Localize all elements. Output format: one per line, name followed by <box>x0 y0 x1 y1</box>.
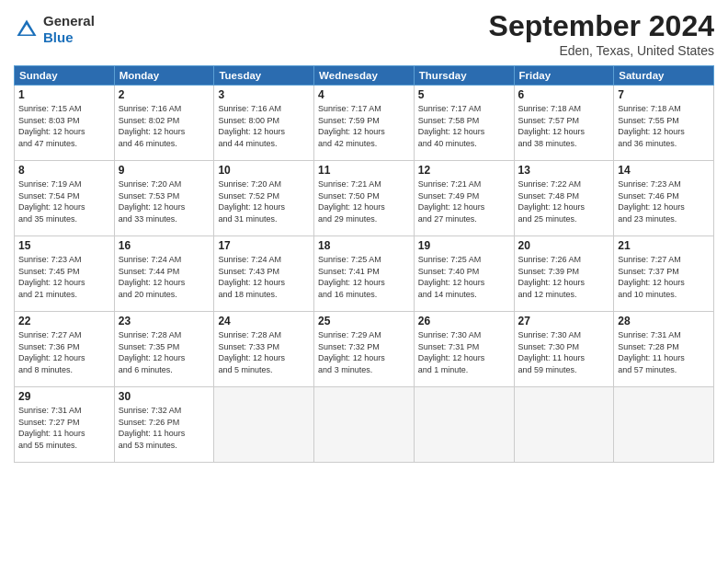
day-info: Sunrise: 7:28 AMSunset: 7:35 PMDaylight:… <box>119 329 210 375</box>
day-number: 20 <box>518 239 610 252</box>
day-info: Sunrise: 7:28 AMSunset: 7:33 PMDaylight:… <box>218 329 310 375</box>
logo-icon <box>14 17 40 42</box>
calendar-cell: 4Sunrise: 7:17 AMSunset: 7:59 PMDaylight… <box>314 86 415 161</box>
day-number: 15 <box>18 239 110 252</box>
day-info: Sunrise: 7:20 AMSunset: 7:52 PMDaylight:… <box>218 178 310 224</box>
calendar-cell: 30Sunrise: 7:32 AMSunset: 7:26 PMDayligh… <box>114 387 214 463</box>
weekday-header: Wednesday <box>314 66 415 86</box>
calendar-cell: 23Sunrise: 7:28 AMSunset: 7:35 PMDayligh… <box>114 312 214 387</box>
calendar-cell: 27Sunrise: 7:30 AMSunset: 7:30 PMDayligh… <box>514 312 614 387</box>
day-number: 19 <box>418 239 510 252</box>
day-info: Sunrise: 7:19 AMSunset: 7:54 PMDaylight:… <box>18 178 110 224</box>
calendar-cell: 20Sunrise: 7:26 AMSunset: 7:39 PMDayligh… <box>514 236 614 312</box>
calendar-cell <box>514 387 614 463</box>
day-number: 13 <box>518 164 610 177</box>
calendar-cell: 2Sunrise: 7:16 AMSunset: 8:02 PMDaylight… <box>114 86 214 161</box>
weekday-header: Tuesday <box>214 66 314 86</box>
calendar-cell <box>414 387 514 463</box>
calendar-cell: 12Sunrise: 7:21 AMSunset: 7:49 PMDayligh… <box>414 161 514 236</box>
calendar-cell: 19Sunrise: 7:25 AMSunset: 7:40 PMDayligh… <box>414 236 514 312</box>
day-info: Sunrise: 7:23 AMSunset: 7:46 PMDaylight:… <box>618 178 710 224</box>
day-info: Sunrise: 7:30 AMSunset: 7:30 PMDaylight:… <box>518 329 610 375</box>
day-info: Sunrise: 7:25 AMSunset: 7:40 PMDaylight:… <box>418 254 510 300</box>
day-number: 26 <box>418 315 510 327</box>
day-number: 17 <box>218 239 310 252</box>
day-number: 29 <box>18 390 110 403</box>
header: General Blue September 2024 Eden, Texas,… <box>14 9 714 58</box>
weekday-header: Saturday <box>614 66 714 86</box>
calendar-cell: 25Sunrise: 7:29 AMSunset: 7:32 PMDayligh… <box>314 312 415 387</box>
calendar-cell: 8Sunrise: 7:19 AMSunset: 7:54 PMDaylight… <box>15 161 115 236</box>
weekday-header: Monday <box>114 66 214 86</box>
day-info: Sunrise: 7:24 AMSunset: 7:44 PMDaylight:… <box>119 254 210 300</box>
day-info: Sunrise: 7:21 AMSunset: 7:50 PMDaylight:… <box>318 178 410 224</box>
day-info: Sunrise: 7:25 AMSunset: 7:41 PMDaylight:… <box>318 254 410 300</box>
calendar-cell: 1Sunrise: 7:15 AMSunset: 8:03 PMDaylight… <box>15 86 115 161</box>
calendar-cell <box>214 387 314 463</box>
day-info: Sunrise: 7:16 AMSunset: 8:00 PMDaylight:… <box>218 103 310 149</box>
day-info: Sunrise: 7:27 AMSunset: 7:36 PMDaylight:… <box>18 329 110 375</box>
calendar-cell <box>314 387 415 463</box>
day-number: 27 <box>518 315 610 327</box>
day-info: Sunrise: 7:17 AMSunset: 7:58 PMDaylight:… <box>418 103 510 149</box>
day-info: Sunrise: 7:22 AMSunset: 7:48 PMDaylight:… <box>518 178 610 224</box>
calendar-cell: 15Sunrise: 7:23 AMSunset: 7:45 PMDayligh… <box>15 236 115 312</box>
day-number: 23 <box>119 315 210 327</box>
calendar-cell: 16Sunrise: 7:24 AMSunset: 7:44 PMDayligh… <box>114 236 214 312</box>
day-info: Sunrise: 7:29 AMSunset: 7:32 PMDaylight:… <box>318 329 410 375</box>
day-number: 10 <box>218 164 310 177</box>
calendar-cell: 14Sunrise: 7:23 AMSunset: 7:46 PMDayligh… <box>614 161 714 236</box>
calendar-cell: 28Sunrise: 7:31 AMSunset: 7:28 PMDayligh… <box>614 312 714 387</box>
day-info: Sunrise: 7:21 AMSunset: 7:49 PMDaylight:… <box>418 178 510 224</box>
day-number: 14 <box>618 164 710 177</box>
day-info: Sunrise: 7:20 AMSunset: 7:53 PMDaylight:… <box>119 178 210 224</box>
day-number: 18 <box>318 239 410 252</box>
day-number: 24 <box>218 315 310 327</box>
calendar-cell: 13Sunrise: 7:22 AMSunset: 7:48 PMDayligh… <box>514 161 614 236</box>
day-info: Sunrise: 7:24 AMSunset: 7:43 PMDaylight:… <box>218 254 310 300</box>
calendar-cell: 26Sunrise: 7:30 AMSunset: 7:31 PMDayligh… <box>414 312 514 387</box>
calendar-cell: 24Sunrise: 7:28 AMSunset: 7:33 PMDayligh… <box>214 312 314 387</box>
calendar-cell: 7Sunrise: 7:18 AMSunset: 7:55 PMDaylight… <box>614 86 714 161</box>
day-number: 8 <box>18 164 110 177</box>
day-number: 16 <box>119 239 210 252</box>
day-info: Sunrise: 7:18 AMSunset: 7:55 PMDaylight:… <box>618 103 710 149</box>
day-number: 28 <box>618 315 710 327</box>
day-info: Sunrise: 7:27 AMSunset: 7:37 PMDaylight:… <box>618 254 710 300</box>
logo-text: General Blue <box>43 13 95 46</box>
day-number: 3 <box>218 88 310 101</box>
day-info: Sunrise: 7:17 AMSunset: 7:59 PMDaylight:… <box>318 103 410 149</box>
day-number: 6 <box>518 88 610 101</box>
day-number: 12 <box>418 164 510 177</box>
day-number: 22 <box>18 315 110 327</box>
day-number: 7 <box>618 88 710 101</box>
calendar-cell: 17Sunrise: 7:24 AMSunset: 7:43 PMDayligh… <box>214 236 314 312</box>
calendar-cell: 9Sunrise: 7:20 AMSunset: 7:53 PMDaylight… <box>114 161 214 236</box>
day-info: Sunrise: 7:31 AMSunset: 7:28 PMDaylight:… <box>618 329 710 375</box>
title-block: September 2024 Eden, Texas, United State… <box>489 9 714 58</box>
day-info: Sunrise: 7:26 AMSunset: 7:39 PMDaylight:… <box>518 254 610 300</box>
day-number: 4 <box>318 88 410 101</box>
day-info: Sunrise: 7:32 AMSunset: 7:26 PMDaylight:… <box>119 405 210 451</box>
weekday-header: Friday <box>514 66 614 86</box>
calendar-cell: 29Sunrise: 7:31 AMSunset: 7:27 PMDayligh… <box>15 387 115 463</box>
day-number: 1 <box>18 88 110 101</box>
calendar-cell: 11Sunrise: 7:21 AMSunset: 7:50 PMDayligh… <box>314 161 415 236</box>
weekday-header: Thursday <box>414 66 514 86</box>
location: Eden, Texas, United States <box>489 43 714 58</box>
day-number: 2 <box>119 88 210 101</box>
logo: General Blue <box>14 13 95 46</box>
day-info: Sunrise: 7:18 AMSunset: 7:57 PMDaylight:… <box>518 103 610 149</box>
day-number: 11 <box>318 164 410 177</box>
day-info: Sunrise: 7:16 AMSunset: 8:02 PMDaylight:… <box>119 103 210 149</box>
calendar-cell: 5Sunrise: 7:17 AMSunset: 7:58 PMDaylight… <box>414 86 514 161</box>
day-number: 9 <box>119 164 210 177</box>
month-title: September 2024 <box>489 9 714 43</box>
day-info: Sunrise: 7:31 AMSunset: 7:27 PMDaylight:… <box>18 405 110 451</box>
calendar-table: SundayMondayTuesdayWednesdayThursdayFrid… <box>14 65 714 463</box>
calendar-cell: 18Sunrise: 7:25 AMSunset: 7:41 PMDayligh… <box>314 236 415 312</box>
day-info: Sunrise: 7:23 AMSunset: 7:45 PMDaylight:… <box>18 254 110 300</box>
day-number: 30 <box>119 390 210 403</box>
calendar-cell: 21Sunrise: 7:27 AMSunset: 7:37 PMDayligh… <box>614 236 714 312</box>
day-number: 5 <box>418 88 510 101</box>
